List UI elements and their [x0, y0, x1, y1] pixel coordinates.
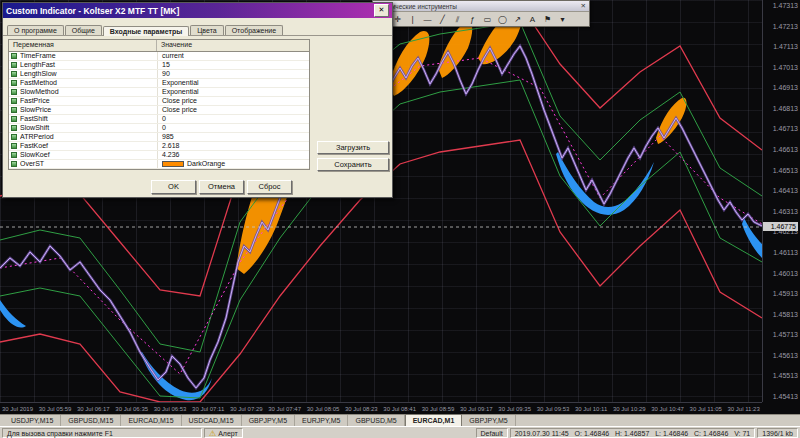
param-name: OverSO — [20, 169, 157, 170]
price-label: 1.45913 — [763, 290, 798, 297]
tab-visualization[interactable]: Отображение — [225, 25, 284, 35]
param-icon — [11, 71, 17, 77]
param-value[interactable]: DarkOrange — [157, 160, 309, 168]
chart-tab[interactable]: GBPJPY,M5 — [242, 415, 295, 426]
price-scale[interactable]: 1.47313 1.47213 1.47113 1.47013 1.46913 … — [762, 0, 800, 402]
chart-tab[interactable]: USDCAD,M15 — [182, 415, 242, 426]
param-value[interactable]: 15 — [157, 61, 309, 69]
param-icon — [11, 134, 17, 140]
chart-tab[interactable]: EURJPY,M5 — [295, 415, 348, 426]
param-name: SlowShift — [20, 124, 157, 132]
time-label: 30 Jul 08:59 — [422, 406, 455, 412]
chart-tab[interactable]: GBPUSD,M5 — [348, 415, 404, 426]
price-label: 1.47213 — [763, 23, 798, 30]
table-row[interactable]: FastKoef 2.618 — [9, 142, 309, 151]
time-label: 30 Jul 06:53 — [154, 406, 187, 412]
cancel-button[interactable]: Отмена — [199, 180, 244, 194]
price-label: 1.47013 — [763, 64, 798, 71]
channel-icon[interactable]: ⫽ — [450, 13, 465, 26]
status-alert[interactable]: ⚠Алерт — [204, 428, 243, 438]
time-label: 30 Jul 09:53 — [537, 406, 570, 412]
param-value[interactable]: DodgerBlue — [157, 169, 309, 170]
table-row[interactable]: OverSO DodgerBlue — [9, 169, 309, 170]
reset-button[interactable]: Сброс — [247, 180, 292, 194]
param-value[interactable]: 0 — [157, 124, 309, 132]
fibonacci-icon[interactable]: ƒ — [465, 13, 480, 26]
table-row[interactable]: TimeFrame current — [9, 52, 309, 61]
rectangle-icon[interactable]: ▭ — [480, 13, 495, 26]
param-icon — [11, 107, 17, 113]
chart-tab[interactable]: EURCAD,M15 — [121, 415, 181, 426]
tab-colors[interactable]: Цвета — [190, 25, 224, 35]
param-name: FastMethod — [20, 79, 157, 87]
quote-datetime: 2019.07.30 11:45 — [515, 430, 569, 437]
table-row[interactable]: SlowPrice Close price — [9, 106, 309, 115]
table-row[interactable]: FastShift 0 — [9, 115, 309, 124]
text-icon[interactable]: A — [525, 13, 540, 26]
price-label: 1.46713 — [763, 125, 798, 132]
price-label: 1.45713 — [763, 331, 798, 338]
ellipse-icon[interactable]: ◯ — [495, 13, 510, 26]
tab-about[interactable]: О программе — [7, 25, 64, 35]
chart-tab[interactable]: USDJPY,M15 — [4, 415, 61, 426]
param-value[interactable]: Close price — [157, 97, 309, 105]
table-row[interactable]: OverST DarkOrange — [9, 160, 309, 169]
close-icon[interactable]: ✕ — [581, 2, 586, 10]
chart-tab[interactable]: GBPJPY,M5 — [462, 415, 515, 426]
table-row[interactable]: LengthSlow 90 — [9, 70, 309, 79]
param-value[interactable]: 90 — [157, 70, 309, 78]
param-name: FastShift — [20, 115, 157, 123]
param-name: SlowKoef — [20, 151, 157, 159]
price-label: 1.46013 — [763, 270, 798, 277]
table-header: Переменная Значение — [9, 40, 309, 52]
quote-close: C: 1.46846 — [694, 430, 728, 437]
load-button[interactable]: Загрузить — [317, 141, 389, 154]
horizontal-line-icon[interactable]: ― — [420, 13, 435, 26]
parameters-table: Переменная Значение TimeFrame current Le… — [8, 39, 310, 170]
close-icon[interactable]: ✕ — [374, 4, 389, 17]
chevron-down-icon[interactable]: ▾ — [555, 13, 570, 26]
tab-common[interactable]: Общие — [65, 25, 102, 35]
chart-tab-active[interactable]: EURCAD,M1 — [405, 414, 463, 426]
ok-button[interactable]: OK — [151, 180, 196, 194]
param-name: FastPrice — [20, 97, 157, 105]
param-icon — [11, 161, 17, 167]
param-name: LengthSlow — [20, 70, 157, 78]
param-value[interactable]: 2.618 — [157, 142, 309, 150]
vertical-line-icon[interactable]: ❘ — [405, 13, 420, 26]
chart-tab[interactable]: GBPUSD,M15 — [61, 415, 121, 426]
save-button[interactable]: Сохранить — [317, 158, 389, 171]
status-help: Для вызова справки нажмите F1 — [2, 428, 202, 438]
time-label: 30 Jul 08:23 — [345, 406, 378, 412]
time-label: 30 Jul 11:23 — [728, 406, 760, 412]
chart-tabs-bar: USDJPY,M15 GBPUSD,M15 EURCAD,M15 USDCAD,… — [0, 414, 800, 426]
table-row[interactable]: SlowKoef 4.236 — [9, 151, 309, 160]
label-icon[interactable]: ⚑ — [540, 13, 555, 26]
status-bar: Для вызова справки нажмите F1 ⚠Алерт Def… — [0, 426, 800, 438]
table-row[interactable]: FastMethod Exponential — [9, 79, 309, 88]
param-name: SlowMethod — [20, 88, 157, 96]
trendline-icon[interactable]: ╱ — [435, 13, 450, 26]
param-value[interactable]: 985 — [157, 133, 309, 141]
param-value[interactable]: Close price — [157, 106, 309, 114]
param-value[interactable]: Exponential — [157, 79, 309, 87]
drawing-toolbar-icons: ➤ ✛ ❘ ― ╱ ⫽ ƒ ▭ ◯ ↗ A ⚑ ▾ — [373, 12, 589, 27]
table-row[interactable]: ATRPeriod 985 — [9, 133, 309, 142]
drawing-toolbar-titlebar[interactable]: Графические инструменты ✕ — [373, 1, 589, 12]
table-row[interactable]: SlowMethod Exponential — [9, 88, 309, 97]
param-value[interactable]: 0 — [157, 115, 309, 123]
table-row[interactable]: FastPrice Close price — [9, 97, 309, 106]
param-value[interactable]: Exponential — [157, 88, 309, 96]
time-axis[interactable]: 30 Jul 2019 30 Jul 05:59 30 Jul 06:17 30… — [0, 402, 762, 414]
tab-inputs[interactable]: Входные параметры — [103, 26, 189, 36]
mt4-window: 1.47313 1.47213 1.47113 1.47013 1.46913 … — [0, 0, 800, 438]
param-value[interactable]: 4.236 — [157, 151, 309, 159]
quote-high: H: 1.46857 — [615, 430, 649, 437]
dialog-titlebar[interactable]: Custom Indicator - Koltser X2 MTF TT [MK… — [3, 3, 392, 18]
param-icon — [11, 125, 17, 131]
table-row[interactable]: SlowShift 0 — [9, 124, 309, 133]
arrow-icon[interactable]: ↗ — [510, 13, 525, 26]
table-row[interactable]: LengthFast 15 — [9, 61, 309, 70]
param-value[interactable]: current — [157, 52, 309, 60]
param-name: FastKoef — [20, 142, 157, 150]
